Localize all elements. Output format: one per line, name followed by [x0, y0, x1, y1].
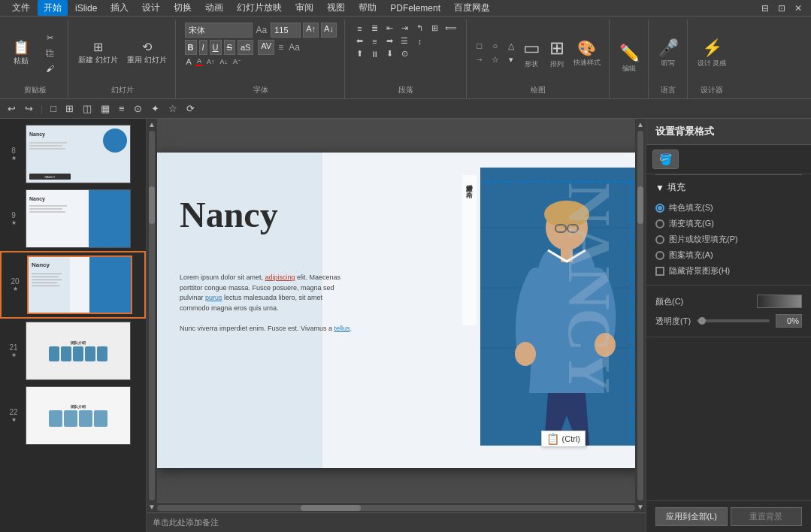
radio-gradient[interactable] [655, 219, 664, 228]
menu-item-home[interactable]: 开始 [38, 0, 68, 16]
font-size-up-btn[interactable]: A↑ [303, 23, 319, 38]
align-left-btn[interactable]: ⬅ [353, 35, 366, 47]
align-top-btn[interactable]: ⬆ [353, 48, 366, 59]
increase-indent-btn[interactable]: ⇥ [398, 23, 411, 34]
transparency-input[interactable] [776, 314, 802, 328]
slide-item-21[interactable]: 21 ★ 团队介绍 [0, 319, 146, 383]
edit-button[interactable]: ✏️ 编辑 [616, 41, 643, 76]
hscroll-track[interactable] [157, 505, 635, 511]
arrange-button[interactable]: ⊞ 排列 [546, 35, 568, 71]
rp-option-solid[interactable]: 纯色填充(S) [655, 200, 802, 216]
qt-star-outline[interactable]: ☆ [165, 101, 180, 116]
menu-item-slideshow[interactable]: 幻灯片放映 [231, 0, 288, 16]
qt-panel[interactable]: ◫ [80, 101, 95, 116]
rtl-btn[interactable]: ↰ [413, 23, 426, 34]
bold-button[interactable]: B [185, 40, 197, 55]
convert-smartart-btn[interactable]: ⊙ [398, 48, 411, 59]
menu-item-pdf[interactable]: PDFelement [384, 2, 446, 15]
window-control-minimize[interactable]: ⊟ [758, 3, 772, 14]
reset-bg-button[interactable]: 重置背景 [731, 507, 803, 526]
menu-item-animate[interactable]: 动画 [199, 0, 229, 16]
new-slide-button[interactable]: ⊞ 新建 幻灯片 [74, 39, 122, 68]
transparency-thumb[interactable] [698, 317, 706, 325]
list-bullet-btn[interactable]: ≡ [353, 23, 366, 34]
radio-pattern[interactable] [655, 251, 664, 260]
radio-solid[interactable] [655, 204, 664, 213]
reuse-slide-button[interactable]: ⟲ 重用 幻灯片 [123, 39, 171, 68]
list-number-btn[interactable]: ≣ [368, 23, 381, 34]
underline-button[interactable]: U [210, 40, 222, 55]
menu-item-insert[interactable]: 插入 [104, 0, 135, 16]
checkbox-hide[interactable] [655, 267, 664, 276]
copy-button[interactable]: ⿻ [36, 47, 63, 60]
font-name-input[interactable] [185, 23, 253, 38]
vscroll-right-up[interactable]: ▲ [637, 120, 644, 128]
format-painter-button[interactable]: 🖌 [36, 62, 63, 75]
link-tellus[interactable]: tellus [334, 325, 350, 332]
menu-item-design[interactable]: 设计 [136, 0, 166, 16]
shape-more-btn[interactable]: ▾ [504, 54, 518, 65]
slide-canvas[interactable]: Nancy Lorem ipsum dolor sit amet, adipis… [157, 153, 646, 468]
qt-lines[interactable]: ≡ [116, 101, 128, 116]
qt-grid[interactable]: ⊞ [62, 101, 77, 116]
font-size-down-btn[interactable]: A↓ [321, 23, 337, 38]
link-purus[interactable]: purus [205, 294, 222, 301]
justify-btn[interactable]: ☰ [398, 35, 411, 47]
vscroll-thumb[interactable] [149, 186, 155, 224]
paste-button[interactable]: 📋 粘贴 [8, 38, 35, 68]
slide-item-8[interactable]: 8 ★ Nancy NANCY [0, 122, 146, 186]
shape-arrow-btn[interactable]: → [473, 54, 486, 65]
voice-button[interactable]: 🎤 听写 [655, 36, 682, 71]
align-center-btn[interactable]: ≡ [368, 36, 381, 47]
slide-item-9[interactable]: 9 ★ Nancy [0, 186, 146, 251]
vscroll-down-arrow[interactable]: ▼ [148, 503, 156, 511]
slide-item-22[interactable]: 22 ★ 团队介绍 [0, 383, 146, 448]
menu-item-review[interactable]: 审阅 [289, 0, 319, 16]
vscroll-right[interactable]: ▲ ▼ [635, 119, 646, 512]
menu-item-view[interactable]: 视图 [321, 0, 351, 16]
add-notes-text[interactable]: 单击此处添加备注 [153, 517, 219, 528]
radio-picture[interactable] [655, 235, 664, 244]
shape-triangle-btn[interactable]: △ [504, 41, 518, 52]
char-spacing-btn[interactable]: AV [258, 40, 274, 55]
decrease-indent-btn[interactable]: ⇤ [383, 23, 396, 34]
vscroll-right-down[interactable]: ▼ [637, 503, 644, 511]
strikethrough-button[interactable]: S [224, 40, 235, 55]
color-swatch[interactable] [757, 295, 802, 308]
align-right-btn[interactable]: ➡ [383, 35, 396, 47]
text-shadow-btn[interactable]: aS [238, 40, 253, 55]
menu-item-help[interactable]: 帮助 [353, 0, 383, 16]
menu-item-islide[interactable]: iSlide [69, 2, 103, 15]
qt-star[interactable]: ✦ [148, 101, 162, 116]
menu-item-file[interactable]: 文件 [6, 0, 36, 16]
vscroll-up-arrow[interactable]: ▲ [148, 120, 156, 128]
shape-button[interactable]: ▭ 形状 [519, 35, 544, 71]
qt-rect[interactable]: □ [47, 101, 59, 116]
qt-circle[interactable]: ⊙ [131, 101, 145, 116]
font-size-input[interactable] [271, 23, 301, 38]
text-direction-btn[interactable]: ⟸ [443, 23, 459, 34]
rp-option-hide[interactable]: 隐藏背景图形(H) [655, 263, 802, 279]
transparency-slider[interactable] [697, 319, 770, 322]
cut-button[interactable]: ✂ [36, 31, 63, 45]
shape-circle-btn[interactable]: ○ [489, 41, 502, 52]
design-ideas-button[interactable]: ⚡ 设计 灵感 [694, 36, 731, 71]
vscroll-left[interactable]: ▲ ▼ [147, 119, 157, 512]
apply-all-button[interactable]: 应用到全部(L) [655, 507, 728, 526]
ctrl-tooltip[interactable]: 📋 (Ctrl) [541, 431, 586, 447]
rp-option-picture[interactable]: 图片或纹理填充(P) [655, 231, 802, 247]
slide-item-20[interactable]: 20 ★ Nancy [0, 251, 146, 319]
slide-title[interactable]: Nancy [180, 194, 278, 235]
window-control-close[interactable]: ✕ [791, 3, 805, 14]
align-middle-btn[interactable]: ⏸ [368, 49, 381, 59]
hscroll-thumb[interactable] [301, 505, 361, 511]
rp-option-gradient[interactable]: 渐变填充(G) [655, 216, 802, 231]
quickstyle-button[interactable]: 🎨 快速样式 [570, 37, 604, 70]
slide-body-text[interactable]: Lorem ipsum dolor sit amet, adipiscing e… [180, 273, 353, 334]
qt-refresh[interactable]: ⟳ [183, 101, 198, 116]
shape-rect-btn[interactable]: □ [473, 41, 486, 52]
qt-redo[interactable]: ↪ [22, 101, 36, 116]
align-bottom-btn[interactable]: ⬇ [383, 48, 396, 59]
line-spacing-btn[interactable]: ↕ [413, 36, 426, 47]
menu-item-baidu[interactable]: 百度网盘 [448, 0, 496, 16]
